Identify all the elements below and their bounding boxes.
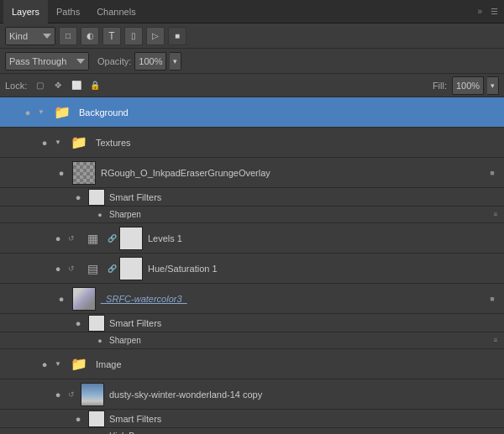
layer-row-dustysky-copy[interactable]: ● ↺ dusty-sky-winter-wonderland-14 copy bbox=[0, 379, 504, 410]
layer-name-watercolor: _SRFC-watercolor3_ bbox=[99, 294, 484, 304]
layer-row-textures[interactable]: ● ▼ 📁 Textures bbox=[0, 128, 504, 158]
lock-artboard-icon[interactable]: ⬜ bbox=[69, 78, 84, 93]
sharpen-options-inkpad[interactable]: ≡ bbox=[487, 207, 504, 222]
layer-name-sf-inkpad: Smart Filters bbox=[108, 192, 504, 202]
kind-select[interactable]: Kind bbox=[5, 27, 55, 45]
link-dustysky-copy: ↺ bbox=[66, 387, 77, 402]
thumb-sf-dustysky bbox=[88, 410, 105, 427]
tab-paths[interactable]: Paths bbox=[48, 0, 88, 24]
visibility-icon-textures[interactable]: ● bbox=[37, 135, 52, 150]
layer-name-background: Background bbox=[77, 107, 501, 118]
adj-icon-huesat1: ▤ bbox=[81, 257, 104, 280]
smart-filters-dustysky-copy[interactable]: ● Smart Filters bbox=[0, 410, 504, 428]
lock-all-icon[interactable]: 🔒 bbox=[87, 78, 102, 93]
layer-name-inkpad: RGough_O_InkpadEraserGrungeOverlay bbox=[99, 168, 484, 178]
layer-row-background[interactable]: ● ▼ 📁 Background bbox=[0, 97, 504, 128]
panel-expand-icon[interactable]: » bbox=[475, 5, 485, 18]
layer-name-huesat1: Hue/Saturation 1 bbox=[146, 264, 501, 274]
opacity-input[interactable] bbox=[134, 52, 166, 71]
expand-image[interactable]: ▼ bbox=[52, 357, 64, 372]
sharpen-watercolor[interactable]: ● Sharpen ≡ bbox=[0, 332, 504, 349]
chain-huesat1: 🔗 bbox=[108, 257, 116, 280]
visibility-icon-background[interactable]: ● bbox=[20, 105, 35, 120]
layer-name-textures: Textures bbox=[94, 138, 501, 148]
layer-name-sf-dustysky: Smart Filters bbox=[108, 414, 504, 424]
filter-pixel-icon[interactable]: □ bbox=[59, 27, 77, 45]
fill-label: Fill: bbox=[433, 81, 447, 91]
visibility-icon-sf-dustysky[interactable]: ● bbox=[71, 411, 86, 426]
thumb-image: 📁 bbox=[67, 353, 91, 376]
link-levels1: ↺ bbox=[66, 231, 77, 246]
smart-filters-watercolor[interactable]: ● Smart Filters bbox=[0, 314, 504, 332]
highpass-dustysky[interactable]: ● High Pass ≡ bbox=[0, 428, 504, 434]
thumb-inkpad bbox=[72, 161, 96, 185]
layers-list: ● ▼ 📁 Background ● ▼ 📁 Textures ● RGough… bbox=[0, 97, 504, 434]
visibility-icon-highpass[interactable]: ● bbox=[92, 429, 108, 435]
chain-levels1: 🔗 bbox=[108, 227, 116, 250]
visibility-icon-huesat1[interactable]: ● bbox=[50, 261, 66, 276]
lock-position-icon[interactable]: ✥ bbox=[50, 78, 66, 93]
toolbar-row1: Kind □ ◐ T ▯ ▷ ■ bbox=[0, 24, 504, 49]
filter-shape-icon[interactable]: ▯ bbox=[124, 27, 143, 45]
fill-input[interactable] bbox=[452, 76, 484, 95]
tab-bar: Layers Paths Channels » ☰ bbox=[0, 0, 504, 24]
highpass-options[interactable]: ≡ bbox=[487, 429, 504, 435]
tab-channels[interactable]: Channels bbox=[88, 0, 144, 24]
layer-name-levels1: Levels 1 bbox=[146, 233, 501, 243]
layer-row-image[interactable]: ● ▼ 📁 Image bbox=[0, 349, 504, 379]
layer-name-image: Image bbox=[94, 359, 501, 369]
tab-layers[interactable]: Layers bbox=[3, 0, 48, 24]
visibility-icon-sharpen-watercolor[interactable]: ● bbox=[92, 333, 108, 348]
filter-adj-icon[interactable]: ◐ bbox=[81, 27, 99, 45]
visibility-icon-image[interactable]: ● bbox=[37, 357, 52, 372]
fill-arrow[interactable]: ▾ bbox=[487, 76, 499, 95]
panel-menu-icon[interactable]: ☰ bbox=[488, 5, 501, 18]
expand-textures[interactable]: ▼ bbox=[52, 135, 64, 150]
visibility-icon-sf-inkpad[interactable]: ● bbox=[71, 190, 86, 205]
thumb-levels1 bbox=[119, 227, 143, 250]
toolbar-row2: Pass Through Normal Multiply Screen Opac… bbox=[0, 49, 504, 74]
lock-pixels-icon[interactable]: ▢ bbox=[32, 78, 47, 93]
visibility-icon-inkpad[interactable]: ● bbox=[54, 165, 69, 180]
filter-type-icon[interactable]: T bbox=[102, 27, 121, 45]
thumb-sf-watercolor bbox=[88, 315, 105, 332]
layer-name-sf-watercolor: Smart Filters bbox=[108, 318, 504, 328]
adj-icon-levels1: ▦ bbox=[81, 227, 104, 250]
layer-options-watercolor[interactable]: ■ bbox=[484, 291, 501, 306]
sharpen-options-watercolor[interactable]: ≡ bbox=[487, 333, 504, 348]
expand-background[interactable]: ▼ bbox=[35, 105, 47, 120]
thumb-huesat1 bbox=[119, 257, 143, 280]
visibility-icon-dustysky-copy[interactable]: ● bbox=[50, 387, 66, 402]
layer-name-sharpen-watercolor: Sharpen bbox=[108, 336, 298, 345]
layer-row-levels1[interactable]: ● ↺ ▦ 🔗 Levels 1 bbox=[0, 223, 504, 254]
thumb-dustysky-copy bbox=[81, 383, 104, 406]
link-huesat1: ↺ bbox=[66, 261, 77, 276]
opacity-arrow[interactable]: ▾ bbox=[170, 52, 181, 71]
visibility-icon-sharpen-inkpad[interactable]: ● bbox=[92, 207, 108, 222]
visibility-icon-levels1[interactable]: ● bbox=[50, 231, 66, 246]
visibility-icon-sf-watercolor[interactable]: ● bbox=[71, 316, 86, 331]
filter-smart-icon[interactable]: ▷ bbox=[146, 27, 165, 45]
thumb-textures: 📁 bbox=[67, 131, 91, 154]
blend-mode-select[interactable]: Pass Through Normal Multiply Screen bbox=[5, 52, 89, 71]
layer-row-huesat1[interactable]: ● ↺ ▤ 🔗 Hue/Saturation 1 bbox=[0, 254, 504, 284]
layer-options-inkpad[interactable]: ■ bbox=[484, 165, 501, 180]
thumb-watercolor bbox=[72, 287, 96, 311]
thumb-sf-inkpad bbox=[88, 189, 105, 206]
layer-row-inkpad[interactable]: ● RGough_O_InkpadEraserGrungeOverlay ■ bbox=[0, 158, 504, 188]
thumb-background: 📁 bbox=[50, 101, 74, 124]
visibility-icon-watercolor[interactable]: ● bbox=[54, 291, 69, 306]
lock-label: Lock: bbox=[5, 81, 27, 91]
sharpen-inkpad[interactable]: ● Sharpen ≡ bbox=[0, 207, 504, 223]
layers-panel: Layers Paths Channels » ☰ Kind □ ◐ T ▯ ▷… bbox=[0, 0, 504, 434]
layer-row-watercolor[interactable]: ● _SRFC-watercolor3_ ■ bbox=[0, 284, 504, 314]
filter-color-icon[interactable]: ■ bbox=[168, 27, 186, 45]
smart-filters-inkpad[interactable]: ● Smart Filters bbox=[0, 188, 504, 207]
opacity-label: Opacity: bbox=[97, 56, 131, 66]
layer-name-sharpen-inkpad: Sharpen bbox=[108, 210, 298, 219]
toolbar-row3: Lock: ▢ ✥ ⬜ 🔒 Fill: ▾ bbox=[0, 74, 504, 97]
layer-name-dustysky-copy: dusty-sky-winter-wonderland-14 copy bbox=[108, 390, 501, 400]
